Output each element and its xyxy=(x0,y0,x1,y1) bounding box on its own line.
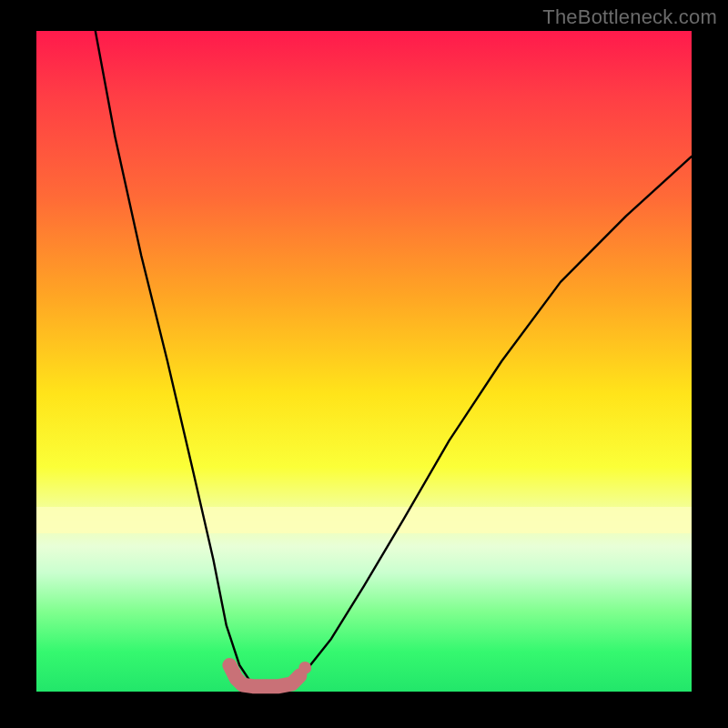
valley-marker-line xyxy=(229,665,299,686)
branding-text: TheBottleneck.com xyxy=(542,5,717,29)
valley-markers xyxy=(229,662,311,686)
outer-frame: TheBottleneck.com xyxy=(0,0,728,728)
chart-svg xyxy=(36,31,692,692)
bottleneck-curve xyxy=(96,31,692,685)
chart-plot-area xyxy=(36,31,692,692)
valley-marker-dot xyxy=(298,662,311,674)
